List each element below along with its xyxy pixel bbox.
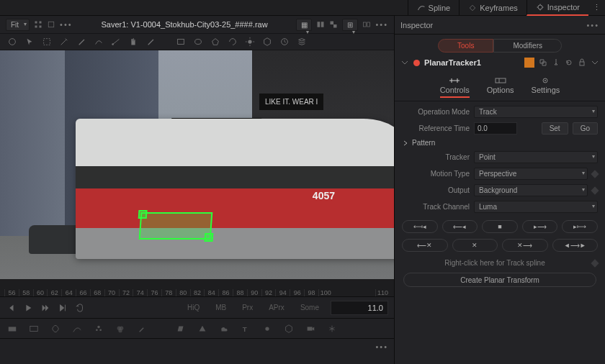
tool-stack-icon[interactable]: [297, 37, 307, 47]
tool-clock-icon[interactable]: [279, 37, 290, 47]
node-light-icon[interactable]: [262, 324, 272, 334]
tab-settings[interactable]: Settings: [532, 77, 560, 98]
viewer-more-right-icon[interactable]: •••: [375, 20, 388, 29]
track-del-back-button[interactable]: ⟵✕: [402, 239, 448, 252]
tool-mask-icon[interactable]: [228, 37, 238, 47]
tool-polygon-icon[interactable]: [210, 37, 220, 47]
track-del-button[interactable]: ✕: [452, 239, 498, 252]
hiq-toggle[interactable]: HiQ: [183, 302, 204, 313]
split-icon[interactable]: [316, 20, 325, 29]
inspector-more-icon[interactable]: •••: [586, 21, 599, 29]
square-icon[interactable]: [47, 20, 55, 29]
keyframe-icon[interactable]: [591, 259, 599, 267]
reset-icon[interactable]: [565, 58, 573, 67]
bottom-more-icon[interactable]: •••: [375, 342, 388, 351]
chevron-down-icon[interactable]: [400, 58, 409, 67]
svg-point-14: [112, 43, 114, 45]
keyframe-icon[interactable]: [591, 170, 599, 178]
tool-curve-icon[interactable]: [94, 37, 104, 47]
go-end-icon[interactable]: [58, 303, 68, 313]
tool-toggle-icon[interactable]: [7, 37, 17, 47]
output-select[interactable]: Background: [474, 184, 588, 196]
tool-path-icon[interactable]: [111, 37, 121, 47]
pin-icon[interactable]: [552, 58, 560, 67]
tab-keyframes[interactable]: Keyframes: [459, 0, 526, 16]
more-icon[interactable]: ⋮: [588, 0, 605, 16]
play-forward-icon[interactable]: [40, 303, 50, 313]
track-step-fwd-button[interactable]: ▸⟶: [522, 220, 558, 233]
tool-wand-icon[interactable]: [59, 37, 69, 47]
track-stop-button[interactable]: ■: [482, 220, 518, 233]
motion-type-select[interactable]: Perspective: [474, 168, 588, 180]
display-mode-dropdown[interactable]: ▦: [296, 19, 312, 31]
mb-toggle[interactable]: MB: [211, 302, 230, 313]
track-step-button[interactable]: ◄⟶►: [552, 239, 599, 252]
node-paint-icon[interactable]: [137, 324, 147, 334]
loop-icon[interactable]: [75, 303, 85, 313]
track-step-back-button[interactable]: ⟵◂: [442, 220, 478, 233]
prx-toggle[interactable]: Prx: [238, 302, 257, 313]
track-spline-hint[interactable]: Right-click here for Track spline: [402, 256, 588, 270]
tab-modifiers[interactable]: Modifiers: [493, 39, 562, 53]
tracker-select[interactable]: Point: [474, 151, 598, 163]
some-toggle[interactable]: Some: [296, 302, 323, 313]
play-icon[interactable]: [23, 303, 33, 313]
zoom-dropdown[interactable]: Fit: [6, 19, 30, 31]
tool-pointer-icon[interactable]: [24, 37, 35, 47]
tab-spline[interactable]: Spline: [408, 0, 460, 16]
tool-pen-icon[interactable]: [76, 37, 86, 47]
set-button[interactable]: Set: [542, 122, 568, 135]
viewer-more-left-icon[interactable]: •••: [60, 20, 73, 29]
track-forward-button[interactable]: ▸⟼: [562, 220, 598, 233]
tab-controls[interactable]: Controls: [440, 77, 470, 98]
track-del-fwd-button[interactable]: ✕⟶: [502, 239, 548, 252]
checker-icon[interactable]: [329, 20, 338, 29]
viewer-canvas[interactable]: FOREVER 21 LIKE IT. WEAR I 4057: [0, 50, 394, 279]
node-camera-icon[interactable]: [305, 324, 315, 334]
row-pattern[interactable]: Pattern: [402, 139, 598, 147]
create-planar-transform-button[interactable]: Create Planar Transform: [403, 273, 596, 287]
node-text-icon[interactable]: T: [241, 324, 251, 334]
tool-ellipse-icon[interactable]: [193, 37, 203, 47]
tool-3d-icon[interactable]: [262, 37, 272, 47]
node-frame-icon[interactable]: [29, 324, 39, 334]
node-bg-icon[interactable]: [7, 324, 17, 334]
grid-icon[interactable]: [34, 20, 42, 29]
aprx-toggle[interactable]: APrx: [264, 302, 289, 313]
node-colorcorrect-icon[interactable]: [115, 324, 125, 334]
keyframe-icon[interactable]: [591, 186, 599, 194]
time-field[interactable]: 11.0: [331, 301, 388, 315]
track-rewind-button[interactable]: ⟻◂: [402, 220, 438, 233]
node-cube-icon[interactable]: [284, 324, 294, 334]
go-button[interactable]: Go: [573, 122, 598, 135]
node-blur-icon[interactable]: [94, 324, 104, 334]
dual-view-icon[interactable]: [362, 20, 371, 29]
planar-tracker-overlay[interactable]: [139, 212, 213, 240]
tab-options-label: Options: [487, 86, 514, 94]
node-shape-icon[interactable]: [197, 324, 207, 334]
node-color-swatch[interactable]: [524, 58, 534, 68]
operation-mode-select[interactable]: Track: [474, 106, 598, 118]
channels-dropdown[interactable]: ⊞: [342, 19, 358, 31]
versions-icon[interactable]: [539, 58, 547, 67]
node-curve-icon[interactable]: [72, 324, 82, 334]
tab-inspector[interactable]: Inspector: [526, 0, 588, 16]
svg-point-33: [544, 80, 546, 81]
tool-light-icon[interactable]: [245, 37, 255, 47]
tool-eyedrop-icon[interactable]: [145, 37, 156, 47]
tool-select-rect-icon[interactable]: [42, 37, 52, 47]
chevron-down-icon[interactable]: [591, 58, 599, 67]
track-channel-select[interactable]: Luma: [474, 201, 598, 213]
lock-icon[interactable]: [578, 58, 586, 67]
reference-time-input[interactable]: [474, 122, 517, 135]
go-start-icon[interactable]: [6, 303, 16, 313]
tool-hand-icon[interactable]: [128, 37, 138, 47]
tool-rect-icon[interactable]: [176, 37, 186, 47]
node-emitter-icon[interactable]: [327, 324, 337, 334]
tab-tools[interactable]: Tools: [438, 39, 493, 53]
timeline-ruler[interactable]: 5658606264666870727476788082848688909294…: [0, 279, 394, 296]
tab-options[interactable]: Options: [487, 77, 514, 98]
node-cloud-icon[interactable]: [219, 324, 229, 334]
node-3dpage-icon[interactable]: [176, 324, 186, 334]
node-mask-icon[interactable]: [50, 324, 60, 334]
